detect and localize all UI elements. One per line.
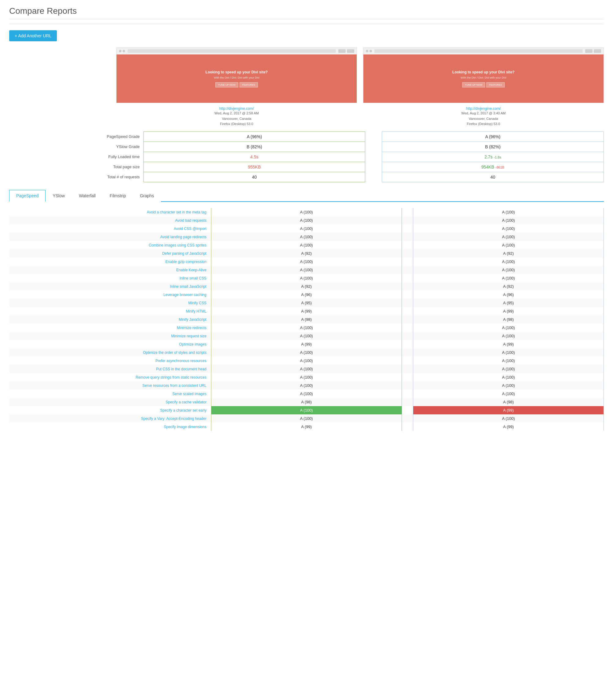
screenshot-mockup-2: Looking to speed up your Divi site? With… xyxy=(363,48,603,103)
ps-row: Specify a cache validator A (98) A (98) xyxy=(9,398,604,406)
chevron-down-icon-1: ⌄ xyxy=(235,98,238,103)
ps-val2: A (100) xyxy=(413,257,604,266)
metric-pagespeed-row: PageSpeed Grade A (96%) A (96%) xyxy=(9,132,604,142)
ps-val1: A (100) xyxy=(211,208,402,216)
reports-header: Looking to speed up your Divi site? With… xyxy=(116,48,604,127)
tab-pagespeed[interactable]: PageSpeed xyxy=(9,190,45,202)
ps-label: Combine images using CSS sprites xyxy=(9,241,211,249)
ps-row: Put CSS in the document head A (100) A (… xyxy=(9,365,604,373)
bar-btn-3 xyxy=(585,49,592,53)
ps-val2: A (99) xyxy=(413,307,604,315)
features-btn-2[interactable]: FEATURES xyxy=(486,82,505,88)
ps-row: Defer parsing of JavaScript A (92) A (92… xyxy=(9,249,604,257)
ps-label: Serve resources from a consistent URL xyxy=(9,381,211,389)
tab-filmstrip[interactable]: Filmstrip xyxy=(103,190,133,202)
ps-label: Minify CSS xyxy=(9,299,211,307)
ps-val1: A (98) xyxy=(211,315,402,323)
screenshot-action-btns-2: TUNE UP NOW FEATURES xyxy=(462,82,505,88)
ps-val2: A (100) xyxy=(413,414,604,423)
ps-val2: A (100) xyxy=(413,357,604,365)
ps-val1: A (100) xyxy=(211,257,402,266)
ps-val2: A (95) xyxy=(413,299,604,307)
ps-label: Optimize the order of styles and scripts xyxy=(9,348,211,357)
ps-val2: A (100) xyxy=(413,389,604,398)
ps-row: Specify image dimensions A (99) A (99) xyxy=(9,423,604,431)
metric-size-label: Total page size xyxy=(9,162,143,172)
browser-bar-2 xyxy=(363,48,603,54)
metric-pagespeed-val1: A (96%) xyxy=(143,132,365,142)
ps-row: Serve resources from a consistent URL A … xyxy=(9,381,604,389)
ps-val2: A (92) xyxy=(413,282,604,291)
ps-row: Minimize redirects A (100) A (100) xyxy=(9,323,604,332)
features-btn-1[interactable]: FEATURES xyxy=(239,82,258,88)
tune-up-btn-1[interactable]: TUNE UP NOW xyxy=(216,82,238,88)
screenshot-content-1: Looking to speed up your Divi site? With… xyxy=(199,54,274,103)
tabs-bar: PageSpeed YSlow Waterfall Filmstrip Grap… xyxy=(9,190,604,202)
ps-val2: A (98) xyxy=(413,315,604,323)
ps-label: Prefer asynchronous resources xyxy=(9,357,211,365)
metrics-table: PageSpeed Grade A (96%) A (96%) YSlow Gr… xyxy=(9,132,604,182)
ps-val2: A (100) xyxy=(413,323,604,332)
ps-row: Inline small CSS A (100) A (100) xyxy=(9,274,604,282)
ps-label: Inline small JavaScript xyxy=(9,282,211,291)
ps-val2: A (98) xyxy=(413,398,604,406)
ps-val2: A (99) xyxy=(413,340,604,348)
screenshot-main-text-1: Looking to speed up your Divi site? xyxy=(206,70,268,74)
ps-val1: A (96) xyxy=(211,291,402,299)
ps-val1: A (100) xyxy=(211,241,402,249)
bar-btn-2 xyxy=(347,49,354,53)
ps-row: Minify CSS A (95) A (95) xyxy=(9,299,604,307)
ps-val2: A (99) xyxy=(413,423,604,431)
metric-yslow-val2: B (82%) xyxy=(382,142,604,152)
ps-val1: A (100) xyxy=(211,406,402,414)
ps-label: Avoid a character set in the meta tag xyxy=(9,208,211,216)
report-meta-1: Wed, Aug 2, 2017 @ 2:58 AM Vancouver, Ca… xyxy=(116,111,357,127)
ps-label: Specify image dimensions xyxy=(9,423,211,431)
ps-label: Specify a cache validator xyxy=(9,398,211,406)
screenshot-2: Looking to speed up your Divi site? With… xyxy=(363,48,604,103)
ps-label: Minify HTML xyxy=(9,307,211,315)
ps-val1: A (100) xyxy=(211,357,402,365)
add-url-button[interactable]: + Add Another URL xyxy=(9,30,57,41)
ps-label: Avoid bad requests xyxy=(9,216,211,224)
ps-val2: A (96) xyxy=(413,291,604,299)
screenshot-main-text-2: Looking to speed up your Divi site? xyxy=(453,70,514,74)
bar-dot-1 xyxy=(119,50,121,52)
report-meta-2: Wed, Aug 2, 2017 @ 3:40 AM Vancouver, Ca… xyxy=(363,111,604,127)
browser-bar-1 xyxy=(117,48,357,54)
ps-val2: A (100) xyxy=(413,208,604,216)
metric-yslow-val1: B (82%) xyxy=(143,142,365,152)
ps-label: Specify a character set early xyxy=(9,406,211,414)
metric-requests-val1: 40 xyxy=(143,172,365,182)
ps-row: Remove query strings from static resourc… xyxy=(9,373,604,381)
ps-val1: A (99) xyxy=(211,307,402,315)
ps-row: Minify HTML A (99) A (99) xyxy=(9,307,604,315)
bar-dot-3 xyxy=(366,50,368,52)
ps-val2: A (100) xyxy=(413,365,604,373)
tab-yslow[interactable]: YSlow xyxy=(45,190,72,202)
ps-val2: A (99) xyxy=(413,406,604,414)
ps-row: Enable Keep-Alive A (100) A (100) xyxy=(9,266,604,274)
ps-row: Minimize request size A (100) A (100) xyxy=(9,332,604,340)
ps-val2: A (100) xyxy=(413,381,604,389)
ps-row: Combine images using CSS sprites A (100)… xyxy=(9,241,604,249)
ps-row: Avoid landing page redirects A (100) A (… xyxy=(9,233,604,241)
ps-val1: A (100) xyxy=(211,274,402,282)
report-url-1[interactable]: http://divjengine.com/ xyxy=(116,106,357,111)
metric-size-val1: 955KB xyxy=(143,162,365,172)
ps-val1: A (92) xyxy=(211,249,402,257)
report-url-2[interactable]: http://divjengine.com/ xyxy=(363,106,604,111)
tab-graphs[interactable]: Graphs xyxy=(133,190,161,202)
tab-waterfall[interactable]: Waterfall xyxy=(72,190,103,202)
ps-row: Serve scaled images A (100) A (100) xyxy=(9,389,604,398)
ps-label: Minimize redirects xyxy=(9,323,211,332)
report-col-1: Looking to speed up your Divi site? With… xyxy=(116,48,357,127)
ps-row: Enable gzip compression A (100) A (100) xyxy=(9,257,604,266)
ps-val1: A (100) xyxy=(211,365,402,373)
bar-dot-2 xyxy=(123,50,125,52)
ps-label: Inline small CSS xyxy=(9,274,211,282)
ps-row: Avoid bad requests A (100) A (100) xyxy=(9,216,604,224)
ps-val2: A (100) xyxy=(413,241,604,249)
ps-label: Minimize request size xyxy=(9,332,211,340)
tune-up-btn-2[interactable]: TUNE UP NOW xyxy=(462,82,485,88)
